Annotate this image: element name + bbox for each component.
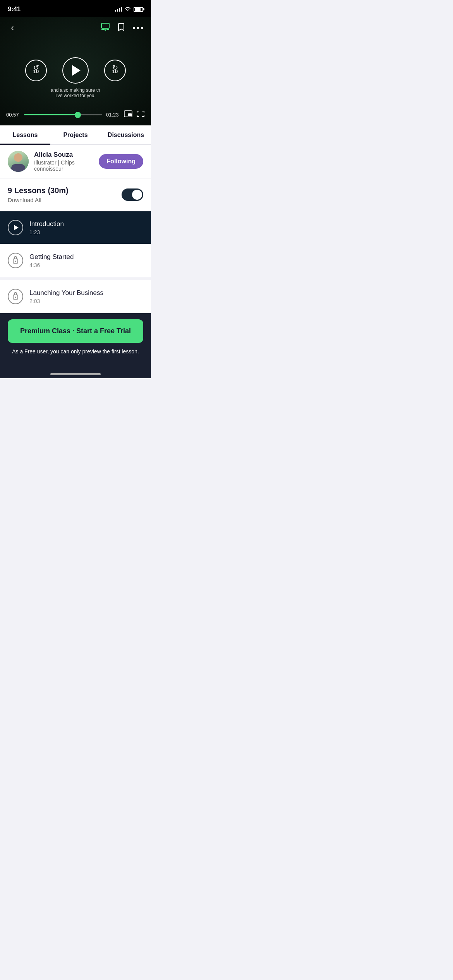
lesson-play-icon [8,220,23,235]
signal-icon [115,7,122,12]
tab-discussions[interactable]: Discussions [101,125,151,144]
wifi-icon [124,6,131,12]
lesson-info: Introduction 1:23 [29,220,143,235]
lesson-item[interactable]: Introduction 1:23 [0,211,151,244]
svg-point-8 [15,296,16,298]
tabs-bar: Lessons Projects Discussions [0,125,151,145]
subtitle-overlay: and also making sure th I've worked for … [51,87,100,98]
total-time: 01:23 [106,112,120,118]
svg-rect-4 [128,113,132,116]
cta-subtext: As a Free user, you can only preview the… [8,348,143,361]
lesson-duration: 1:23 [29,229,143,235]
status-time: 9:41 [8,5,21,13]
author-title: Illustrator | Chips connoisseur [34,159,93,172]
more-options-icon[interactable]: ••• [132,23,145,33]
author-name: Alicia Souza [34,151,93,159]
download-toggle[interactable] [122,188,143,201]
video-top-bar: ‹ ••• [6,22,145,34]
svg-rect-0 [101,23,109,28]
airplay-icon[interactable] [101,22,110,33]
svg-point-6 [15,260,16,262]
progress-bar-row: 00:57 01:23 [6,110,145,119]
video-player: ‹ ••• ↺ 10 [0,17,151,125]
status-bar: 9:41 [0,0,151,17]
author-section: Alicia Souza Illustrator | Chips connois… [0,145,151,178]
lesson-title: Getting Started [29,253,143,261]
tab-lessons[interactable]: Lessons [0,125,50,144]
pip-icon[interactable] [124,110,132,119]
fullscreen-icon[interactable] [136,110,145,119]
status-icons [115,6,143,12]
lesson-lock-icon [8,253,23,268]
forward-button[interactable]: ↻ 10 [104,60,126,81]
lesson-item[interactable]: Getting Started 4:36 [0,244,151,277]
lesson-duration: 4:36 [29,262,143,268]
lesson-info: Getting Started 4:36 [29,253,143,268]
video-actions: ••• [101,22,145,33]
cta-button[interactable]: Premium Class · Start a Free Trial [8,319,143,343]
lesson-title: Introduction [29,220,143,228]
battery-icon [134,7,143,12]
video-controls: ↺ 10 ↻ 10 [6,57,145,84]
back-icon: ‹ [11,24,14,32]
bookmark-icon[interactable] [118,23,125,33]
lessons-count: 9 Lessons (30m) [8,186,122,195]
progress-track[interactable] [24,114,102,115]
cta-section: Premium Class · Start a Free Trial As a … [0,313,151,368]
avatar [8,151,29,172]
download-section: 9 Lessons (30m) Download All [0,178,151,211]
rewind-button[interactable]: ↺ 10 [25,60,47,81]
lesson-lock-icon [8,289,23,304]
home-bar [50,373,101,375]
home-indicator [0,368,151,378]
play-button[interactable] [62,57,89,84]
download-label: Download All [8,197,122,203]
lessons-list: Introduction 1:23 Getting Started 4:36 [0,211,151,313]
toggle-knob [132,190,142,200]
play-icon [72,65,81,76]
progress-thumb[interactable] [75,112,81,118]
lesson-title: Launching Your Business [29,289,143,297]
download-info: 9 Lessons (30m) Download All [8,186,122,203]
current-time: 00:57 [6,112,20,118]
progress-fill [24,114,78,115]
tab-projects[interactable]: Projects [50,125,101,144]
lesson-duration: 2:03 [29,298,143,304]
back-button[interactable]: ‹ [6,22,19,34]
lesson-item[interactable]: Launching Your Business 2:03 [0,280,151,313]
following-button[interactable]: Following [99,154,143,169]
lesson-info: Launching Your Business 2:03 [29,289,143,304]
author-info: Alicia Souza Illustrator | Chips connois… [34,151,93,172]
